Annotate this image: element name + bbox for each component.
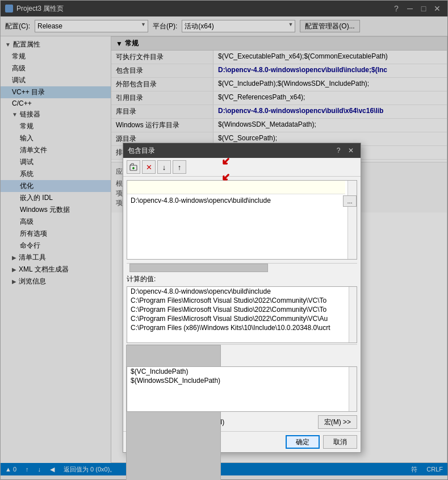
- dialog-toolbar: ✕ ↓ ↑: [123, 158, 361, 177]
- macro-button[interactable]: 宏(M) >>: [318, 415, 357, 429]
- inherited-area: $(VC_IncludePath) $(WindowsSDK_IncludePa…: [127, 366, 357, 412]
- inherited-scrollbar[interactable]: [349, 367, 357, 411]
- main-window: Project3 属性页 ? ─ □ ✕ 配置(C): Release 平台(P…: [0, 0, 448, 480]
- inherited-line-1: $(WindowsSDK_IncludePath): [127, 376, 357, 385]
- dialog-edit-area: D:\opencv-4.8.0-windows\opencv\build\inc…: [127, 180, 357, 260]
- computed-area: D:\opencv-4.8.0-windows\opencv\build\inc…: [127, 286, 357, 343]
- computed-hscroll[interactable]: [127, 344, 357, 352]
- computed-line-2: C:\Program Files\Microsoft Visual Studio…: [127, 305, 357, 314]
- dialog-path-row: D:\opencv-4.8.0-windows\opencv\build\inc…: [127, 194, 357, 207]
- computed-line-0: D:\opencv-4.8.0-windows\opencv\build\inc…: [127, 287, 357, 296]
- dialog-help-button[interactable]: ?: [333, 145, 344, 156]
- edit-scrollbar[interactable]: [347, 181, 357, 259]
- new-folder-button[interactable]: [127, 160, 140, 174]
- delete-button[interactable]: ✕: [142, 160, 156, 174]
- computed-line-1: C:\Program Files\Microsoft Visual Studio…: [127, 296, 357, 305]
- cancel-button[interactable]: 取消: [323, 435, 357, 449]
- ok-button[interactable]: 确定: [286, 435, 320, 449]
- edit-hscrollbar[interactable]: [127, 263, 357, 272]
- inherited-line-0: $(VC_IncludePath): [127, 367, 357, 376]
- path-edit-input[interactable]: [127, 181, 345, 194]
- include-path-value: D:\opencv-4.8.0-windows\opencv\build\inc…: [131, 197, 271, 204]
- computed-line-3: C:\Program Files\Microsoft Visual Studio…: [127, 314, 357, 323]
- move-down-button[interactable]: ↓: [157, 160, 171, 174]
- include-dirs-dialog: 包含目录 ? ✕ ✕ ↓ ↑ D:\open: [123, 143, 361, 453]
- dialog-title: 包含目录: [128, 146, 155, 156]
- dialog-title-bar: 包含目录 ? ✕: [123, 143, 361, 158]
- computed-label: 计算的值:: [123, 272, 361, 285]
- dialog-close-button[interactable]: ✕: [346, 145, 356, 156]
- computed-line-4: C:\Program Files (x86)\Windows Kits\10\I…: [127, 323, 357, 332]
- dialog-title-controls: ? ✕: [333, 145, 356, 156]
- new-folder-icon: [129, 163, 137, 171]
- browse-button[interactable]: ...: [343, 195, 357, 207]
- move-up-button[interactable]: ↑: [173, 160, 186, 174]
- computed-scrollbar[interactable]: [349, 287, 357, 343]
